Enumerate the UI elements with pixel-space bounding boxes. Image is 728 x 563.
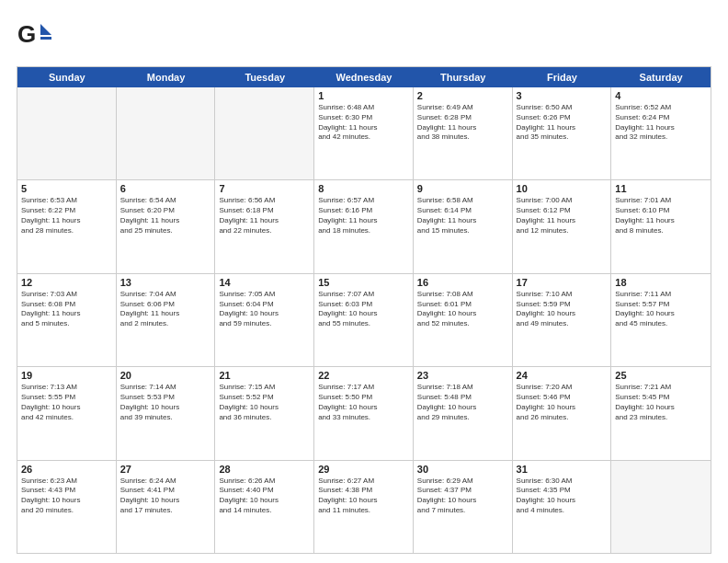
calendar-cell-3-3: 22Sunrise: 7:17 AM Sunset: 5:50 PM Dayli… [314, 367, 414, 459]
calendar-cell-3-2: 21Sunrise: 7:15 AM Sunset: 5:52 PM Dayli… [215, 367, 314, 459]
svg-marker-1 [40, 24, 51, 35]
day-info: Sunrise: 7:20 AM Sunset: 5:46 PM Dayligh… [517, 383, 608, 422]
calendar-cell-1-2: 7Sunrise: 6:56 AM Sunset: 6:18 PM Daylig… [215, 180, 314, 272]
day-info: Sunrise: 6:23 AM Sunset: 4:43 PM Dayligh… [21, 477, 112, 516]
calendar-cell-4-1: 27Sunrise: 6:24 AM Sunset: 4:41 PM Dayli… [117, 461, 216, 553]
day-number: 8 [318, 183, 409, 194]
calendar-cell-2-0: 12Sunrise: 7:03 AM Sunset: 6:08 PM Dayli… [17, 274, 117, 366]
day-info: Sunrise: 6:24 AM Sunset: 4:41 PM Dayligh… [120, 477, 211, 516]
calendar-cell-4-6 [611, 461, 711, 553]
calendar-cell-2-6: 18Sunrise: 7:11 AM Sunset: 5:57 PM Dayli… [611, 274, 711, 366]
day-number: 10 [517, 183, 608, 194]
day-info: Sunrise: 7:15 AM Sunset: 5:52 PM Dayligh… [219, 383, 310, 422]
day-number: 20 [120, 370, 211, 381]
calendar-cell-4-0: 26Sunrise: 6:23 AM Sunset: 4:43 PM Dayli… [17, 461, 117, 553]
day-number: 2 [417, 90, 508, 101]
header: G [17, 17, 711, 59]
day-number: 12 [21, 277, 112, 288]
calendar-cell-3-1: 20Sunrise: 7:14 AM Sunset: 5:53 PM Dayli… [117, 367, 216, 459]
calendar-row-2: 12Sunrise: 7:03 AM Sunset: 6:08 PM Dayli… [17, 274, 711, 367]
day-number: 24 [517, 370, 608, 381]
calendar-cell-1-4: 9Sunrise: 6:58 AM Sunset: 6:14 PM Daylig… [414, 180, 513, 272]
day-info: Sunrise: 7:14 AM Sunset: 5:53 PM Dayligh… [120, 383, 211, 422]
calendar-cell-0-1 [117, 87, 216, 179]
calendar-cell-1-3: 8Sunrise: 6:57 AM Sunset: 6:16 PM Daylig… [314, 180, 414, 272]
logo: G [17, 17, 59, 59]
weekday-header-sunday: Sunday [17, 67, 117, 87]
day-info: Sunrise: 7:03 AM Sunset: 6:08 PM Dayligh… [21, 290, 112, 329]
calendar-cell-4-3: 29Sunrise: 6:27 AM Sunset: 4:38 PM Dayli… [314, 461, 414, 553]
svg-text:G: G [17, 20, 36, 48]
day-info: Sunrise: 7:01 AM Sunset: 6:10 PM Dayligh… [615, 196, 707, 236]
day-number: 18 [615, 277, 707, 288]
day-info: Sunrise: 6:58 AM Sunset: 6:14 PM Dayligh… [417, 196, 508, 236]
page: G SundayMondayTuesdayWednesdayThursdayFr… [0, 0, 728, 563]
calendar-cell-0-2 [215, 87, 314, 179]
day-info: Sunrise: 7:21 AM Sunset: 5:45 PM Dayligh… [615, 383, 707, 422]
day-number: 9 [417, 183, 508, 194]
day-info: Sunrise: 6:53 AM Sunset: 6:22 PM Dayligh… [21, 196, 112, 236]
calendar: SundayMondayTuesdayWednesdayThursdayFrid… [17, 66, 711, 554]
logo-icon-svg: G [17, 17, 55, 59]
calendar-cell-1-1: 6Sunrise: 6:54 AM Sunset: 6:20 PM Daylig… [117, 180, 216, 272]
day-number: 3 [517, 90, 608, 101]
day-number: 13 [120, 277, 211, 288]
calendar-cell-1-0: 5Sunrise: 6:53 AM Sunset: 6:22 PM Daylig… [17, 180, 117, 272]
day-info: Sunrise: 7:08 AM Sunset: 6:01 PM Dayligh… [417, 290, 508, 329]
day-number: 26 [21, 464, 112, 475]
calendar-row-3: 19Sunrise: 7:13 AM Sunset: 5:55 PM Dayli… [17, 367, 711, 460]
day-number: 4 [615, 90, 707, 101]
day-info: Sunrise: 6:57 AM Sunset: 6:16 PM Dayligh… [318, 196, 409, 236]
day-info: Sunrise: 6:49 AM Sunset: 6:28 PM Dayligh… [417, 103, 508, 143]
calendar-header: SundayMondayTuesdayWednesdayThursdayFrid… [17, 67, 711, 87]
calendar-cell-0-3: 1Sunrise: 6:48 AM Sunset: 6:30 PM Daylig… [314, 87, 414, 179]
day-number: 6 [120, 183, 211, 194]
day-info: Sunrise: 6:54 AM Sunset: 6:20 PM Dayligh… [120, 196, 211, 236]
weekday-header-friday: Friday [513, 67, 612, 87]
calendar-cell-0-5: 3Sunrise: 6:50 AM Sunset: 6:26 PM Daylig… [513, 87, 612, 179]
calendar-cell-2-5: 17Sunrise: 7:10 AM Sunset: 5:59 PM Dayli… [513, 274, 612, 366]
calendar-cell-4-2: 28Sunrise: 6:26 AM Sunset: 4:40 PM Dayli… [215, 461, 314, 553]
day-info: Sunrise: 7:11 AM Sunset: 5:57 PM Dayligh… [615, 290, 707, 329]
day-number: 1 [318, 90, 409, 101]
day-number: 30 [417, 464, 508, 475]
calendar-cell-2-3: 15Sunrise: 7:07 AM Sunset: 6:03 PM Dayli… [314, 274, 414, 366]
calendar-cell-0-0 [17, 87, 117, 179]
day-info: Sunrise: 7:10 AM Sunset: 5:59 PM Dayligh… [517, 290, 608, 329]
day-info: Sunrise: 6:30 AM Sunset: 4:35 PM Dayligh… [517, 477, 608, 516]
day-number: 25 [615, 370, 707, 381]
weekday-header-wednesday: Wednesday [314, 67, 414, 87]
day-info: Sunrise: 7:04 AM Sunset: 6:06 PM Dayligh… [120, 290, 211, 329]
svg-rect-2 [40, 37, 51, 40]
day-number: 16 [417, 277, 508, 288]
calendar-cell-4-4: 30Sunrise: 6:29 AM Sunset: 4:37 PM Dayli… [414, 461, 513, 553]
calendar-cell-2-2: 14Sunrise: 7:05 AM Sunset: 6:04 PM Dayli… [215, 274, 314, 366]
day-info: Sunrise: 7:00 AM Sunset: 6:12 PM Dayligh… [517, 196, 608, 236]
calendar-row-1: 5Sunrise: 6:53 AM Sunset: 6:22 PM Daylig… [17, 180, 711, 273]
day-number: 11 [615, 183, 707, 194]
day-info: Sunrise: 6:50 AM Sunset: 6:26 PM Dayligh… [517, 103, 608, 143]
day-number: 22 [318, 370, 409, 381]
calendar-cell-4-5: 31Sunrise: 6:30 AM Sunset: 4:35 PM Dayli… [513, 461, 612, 553]
calendar-row-4: 26Sunrise: 6:23 AM Sunset: 4:43 PM Dayli… [17, 461, 711, 553]
day-number: 29 [318, 464, 409, 475]
day-number: 7 [219, 183, 310, 194]
day-info: Sunrise: 6:52 AM Sunset: 6:24 PM Dayligh… [615, 103, 707, 143]
day-number: 19 [21, 370, 112, 381]
day-info: Sunrise: 6:56 AM Sunset: 6:18 PM Dayligh… [219, 196, 310, 236]
day-info: Sunrise: 7:18 AM Sunset: 5:48 PM Dayligh… [417, 383, 508, 422]
calendar-cell-2-1: 13Sunrise: 7:04 AM Sunset: 6:06 PM Dayli… [117, 274, 216, 366]
calendar-cell-1-6: 11Sunrise: 7:01 AM Sunset: 6:10 PM Dayli… [611, 180, 711, 272]
day-info: Sunrise: 6:27 AM Sunset: 4:38 PM Dayligh… [318, 477, 409, 516]
calendar-cell-0-6: 4Sunrise: 6:52 AM Sunset: 6:24 PM Daylig… [611, 87, 711, 179]
weekday-header-saturday: Saturday [611, 67, 711, 87]
calendar-cell-3-0: 19Sunrise: 7:13 AM Sunset: 5:55 PM Dayli… [17, 367, 117, 459]
day-info: Sunrise: 6:48 AM Sunset: 6:30 PM Dayligh… [318, 103, 409, 143]
weekday-header-thursday: Thursday [414, 67, 513, 87]
day-number: 23 [417, 370, 508, 381]
day-number: 15 [318, 277, 409, 288]
day-info: Sunrise: 7:07 AM Sunset: 6:03 PM Dayligh… [318, 290, 409, 329]
day-info: Sunrise: 7:17 AM Sunset: 5:50 PM Dayligh… [318, 383, 409, 422]
weekday-header-tuesday: Tuesday [215, 67, 314, 87]
calendar-cell-1-5: 10Sunrise: 7:00 AM Sunset: 6:12 PM Dayli… [513, 180, 612, 272]
